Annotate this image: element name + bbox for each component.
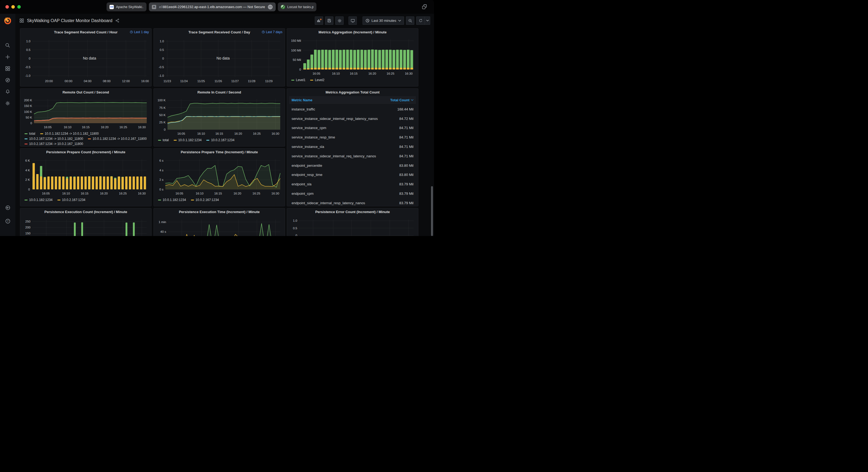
- table-row: endpoint_resp_time83.80 Mil: [289, 170, 416, 180]
- svg-text:16:10: 16:10: [197, 132, 205, 135]
- close-tab-icon[interactable]: ✕: [152, 5, 156, 9]
- panel-title[interactable]: Metrics Aggregation Total Count: [326, 90, 379, 94]
- tab-locust[interactable]: Locust for tasks.py: [278, 2, 316, 11]
- legend-item[interactable]: 10.0.1.182:1234: [174, 138, 202, 142]
- svg-text:-1.0: -1.0: [159, 74, 164, 77]
- panel-title[interactable]: Trace Segment Received Count / Hour: [54, 30, 118, 34]
- panel-title[interactable]: Remote Out Count / Second: [63, 90, 109, 94]
- chart-execution-time[interactable]: 16:0516:1016:1516:2016:2516:301 min40 s2…: [155, 215, 283, 236]
- svg-text:16:20: 16:20: [368, 72, 376, 75]
- page-scrollbar[interactable]: [431, 186, 433, 236]
- refresh-button-group: [416, 16, 430, 25]
- panel-title[interactable]: Persistence Prepare Time (Increment) / M…: [181, 150, 258, 154]
- panel-title[interactable]: Persistence Execution Count (Increment) …: [44, 210, 127, 214]
- dashboard-settings-button[interactable]: [335, 16, 344, 25]
- panel-title[interactable]: Metrics Aggregation (Increment) / Minute: [318, 30, 386, 34]
- tab-options-icon[interactable]: [268, 5, 273, 9]
- tab-title: Locust for tasks.py: [287, 5, 313, 9]
- sidebar-item-configuration[interactable]: [0, 98, 16, 109]
- svg-text:50 K: 50 K: [26, 116, 32, 119]
- grafana-sidebar: ?: [0, 14, 16, 236]
- legend-item[interactable]: 10.0.1.182:1234 -> 10.0.1.182_11800: [40, 132, 99, 136]
- panel-title[interactable]: Persistence Execution Time (Increment) /…: [179, 210, 260, 214]
- tab-apache-skywalking[interactable]: SW Apache SkyWalki...: [106, 2, 147, 11]
- svg-text:100 K: 100 K: [24, 110, 32, 113]
- svg-text:0: 0: [164, 128, 166, 131]
- tab-overview-icon[interactable]: [421, 4, 428, 11]
- zoom-out-time-button[interactable]: [406, 16, 414, 25]
- svg-text:11/25: 11/25: [197, 79, 205, 83]
- legend-item[interactable]: Level2: [310, 78, 324, 82]
- legend-item[interactable]: total: [25, 132, 35, 136]
- chart-execution-count[interactable]: 16:0516:1016:1516:2016:2516:302502001501…: [22, 215, 150, 236]
- panel-title[interactable]: Persistence Prepare Count (Increment) / …: [46, 150, 125, 154]
- save-dashboard-button[interactable]: [325, 16, 333, 25]
- panel-title[interactable]: Trace Segment Received Count / Day: [188, 30, 250, 34]
- legend-item[interactable]: 10.0.1.182:1234: [25, 198, 53, 202]
- table-row: service_instance_cpm84.71 Mil: [289, 124, 416, 133]
- svg-text:6 K: 6 K: [25, 159, 30, 162]
- svg-text:16:15: 16:15: [350, 72, 358, 75]
- time-range-picker[interactable]: Last 30 minutes: [363, 16, 404, 25]
- column-header-metric-name[interactable]: Metric Name: [291, 98, 312, 102]
- svg-text:08:00: 08:00: [103, 79, 111, 83]
- legend-item[interactable]: 10.0.1.182:1234: [158, 198, 186, 202]
- share-icon[interactable]: [115, 18, 120, 23]
- svg-text:11/29: 11/29: [265, 79, 273, 83]
- svg-text:0: 0: [162, 57, 164, 60]
- legend-item[interactable]: 10.0.2.167:1234 -> 10.0.2.167_11800: [25, 142, 83, 146]
- close-window-button[interactable]: [5, 5, 9, 9]
- cycle-view-mode-button[interactable]: [348, 16, 357, 25]
- legend-row: 10.0.2.167:1234 -> 10.0.1.182_1180010.0.…: [25, 137, 151, 141]
- chart-prepare-count[interactable]: 16:0516:1016:1516:2016:2516:306 K4 K2 K0: [22, 156, 150, 196]
- chart-remote-in[interactable]: 16:0516:1016:1516:2016:2516:30100 K75 K5…: [155, 96, 283, 137]
- refresh-interval-dropdown[interactable]: [425, 17, 430, 25]
- sidebar-item-create[interactable]: [0, 51, 16, 63]
- svg-text:25 K: 25 K: [159, 121, 166, 124]
- legend-item[interactable]: 10.0.2.167:1234 -> 10.0.1.182_11800: [25, 137, 83, 141]
- chart-remote-out[interactable]: 16:0516:1016:1516:2016:2516:30200 K150 K…: [22, 96, 150, 130]
- panel-title[interactable]: Remote In Count / Second: [197, 90, 241, 94]
- svg-text:200: 200: [25, 226, 30, 229]
- table-row: service_instance_sidecar_internal_req_la…: [289, 151, 416, 161]
- chart-metrics-aggregation[interactable]: 16:0516:1016:1516:2016:2516:30150 Mil100…: [288, 36, 417, 76]
- table-row: service_instance_sidecar_internal_resp_l…: [289, 114, 416, 124]
- chart-error-count[interactable]: 16:0516:1016:1516:2016:2516:301.00.50-0.…: [288, 215, 417, 236]
- svg-text:11/23: 11/23: [163, 79, 171, 83]
- sidebar-item-help[interactable]: ?: [5, 218, 11, 225]
- svg-text:16:10: 16:10: [196, 192, 204, 195]
- add-panel-button[interactable]: [315, 16, 323, 25]
- maximize-window-button[interactable]: [17, 5, 21, 9]
- table-row: endpoint_sla83.79 Mil: [289, 179, 416, 189]
- svg-text:100 K: 100 K: [157, 99, 166, 102]
- svg-text:0.5: 0.5: [26, 48, 30, 52]
- refresh-dashboard-button[interactable]: [416, 17, 425, 25]
- minimize-window-button[interactable]: [11, 5, 15, 9]
- sidebar-item-sign-in[interactable]: [5, 205, 11, 212]
- panel-title[interactable]: Persistence Error Count (Increment) / Mi…: [315, 210, 390, 214]
- refresh-icon: [418, 18, 423, 23]
- dashboards-grid-icon: [5, 66, 10, 71]
- chart-trace-hour[interactable]: 20:0000:0004:0008:0012:0016:001.00.50-0.…: [22, 36, 150, 84]
- column-header-total-count[interactable]: Total Count: [390, 98, 413, 102]
- grafana-logo[interactable]: [3, 17, 12, 26]
- legend-item[interactable]: 10.0.2.167:1234: [206, 138, 235, 142]
- sidebar-item-search[interactable]: [0, 40, 16, 51]
- svg-text:16:05: 16:05: [178, 132, 185, 135]
- legend-item[interactable]: 10.0.1.182:1234 -> 10.0.2.167_11800: [88, 137, 147, 141]
- tab-active-dashboard[interactable]: ✕ e0881eed4-22961232.ap-east-1.elb.amazo…: [149, 2, 276, 11]
- svg-text:100 Mil: 100 Mil: [291, 49, 301, 52]
- sidebar-item-alerting[interactable]: [0, 86, 16, 98]
- table-row: instance_traffic168.44 Mil: [289, 104, 416, 114]
- svg-text:4 K: 4 K: [25, 169, 30, 172]
- chart-prepare-time[interactable]: 16:0516:1016:1516:2016:2516:306 s4 s2 s0…: [155, 156, 283, 196]
- legend-item[interactable]: 10.0.2.167:1234: [191, 198, 219, 202]
- legend-item[interactable]: 10.0.2.167:1234: [58, 198, 86, 202]
- legend-item[interactable]: Level1: [291, 78, 305, 82]
- svg-text:1.0: 1.0: [160, 40, 164, 43]
- sidebar-item-explore[interactable]: [0, 74, 16, 86]
- chart-trace-day[interactable]: 11/2311/2411/2511/2611/2711/2811/291.00.…: [155, 36, 283, 84]
- legend-item[interactable]: total: [158, 138, 169, 142]
- panel-persistence-execution-count: Persistence Execution Count (Increment) …: [20, 208, 152, 236]
- sidebar-item-dashboards[interactable]: [0, 63, 16, 74]
